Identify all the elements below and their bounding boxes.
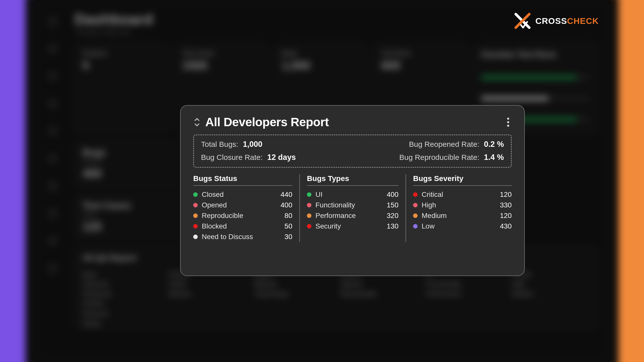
reopened-rate-value: 0.2 % [484, 140, 504, 149]
list-item-value: 320 [387, 212, 398, 220]
status-dot-icon [307, 203, 311, 207]
list-item-value: 120 [500, 191, 512, 199]
list-item-label: Security [315, 222, 341, 230]
list-item: Blocked50 [193, 221, 292, 232]
status-dot-icon [193, 192, 198, 197]
status-dot-icon [307, 224, 311, 229]
total-bugs-label: Total Bugs: [201, 140, 238, 149]
brand-name-b: CHECK [567, 16, 599, 26]
list-item: Critical120 [413, 189, 512, 200]
brand-name-a: CROSS [535, 16, 567, 26]
status-dot-icon [193, 203, 198, 207]
status-dot-icon [413, 213, 418, 218]
list-item: Opened400 [193, 200, 292, 210]
status-dot-icon [193, 213, 198, 218]
developers-report-modal: All Developers Report Total Bugs: 1,000 … [180, 105, 525, 276]
list-item: Reproducible80 [193, 210, 292, 221]
list-item-label: UI [315, 191, 323, 199]
modal-title: All Developers Report [205, 115, 329, 129]
list-item-value: 430 [500, 222, 512, 230]
list-item: Need to Discuss30 [193, 232, 292, 242]
bugs-severity-column: Bugs Severity Critical120High330Medium12… [406, 174, 512, 242]
list-item-value: 50 [285, 222, 292, 230]
list-item-value: 80 [285, 212, 292, 220]
list-item-label: Opened [202, 201, 227, 209]
list-item-value: 120 [500, 212, 512, 220]
list-item-label: Medium [422, 212, 447, 220]
list-item-value: 400 [280, 201, 292, 209]
bugs-types-column: Bugs Types UI400Functionality150Performa… [299, 174, 406, 242]
status-dot-icon [413, 192, 418, 197]
list-item: UI400 [307, 189, 398, 200]
list-item-label: Critical [422, 191, 443, 199]
list-item: Functionality150 [307, 200, 398, 210]
page-date: Thursday, 9 May 2023 [74, 29, 598, 36]
list-item: Closed440 [193, 189, 292, 200]
list-item-value: 130 [387, 222, 398, 230]
list-item: Security130 [307, 221, 398, 232]
list-item-label: Closed [202, 191, 224, 199]
list-item-label: Low [422, 222, 434, 230]
closure-rate-value: 12 days [267, 153, 296, 162]
total-bugs-value: 1,000 [243, 140, 262, 149]
list-item: Performance320 [307, 210, 398, 221]
list-item-label: High [422, 201, 436, 209]
reopened-rate-label: Bug Reopened Rate: [409, 140, 479, 149]
status-dot-icon [193, 235, 198, 239]
list-item-label: Performance [315, 212, 356, 220]
status-dot-icon [193, 224, 198, 229]
sort-toggle-icon[interactable] [193, 117, 201, 127]
list-item-label: Functionality [315, 201, 355, 209]
status-dot-icon [307, 213, 311, 218]
list-item: Medium120 [413, 210, 512, 221]
bugs-types-title: Bugs Types [307, 174, 398, 186]
list-item-value: 400 [387, 191, 398, 199]
list-item: High330 [413, 200, 512, 210]
app-stage: Dashboard Thursday, 9 May 2023 Projects5… [34, 0, 610, 362]
status-dot-icon [413, 224, 418, 229]
bugs-severity-title: Bugs Severity [413, 174, 512, 186]
bugs-status-title: Bugs Status [193, 174, 292, 186]
list-item-value: 440 [280, 191, 292, 199]
list-item-value: 150 [387, 201, 398, 209]
list-item-label: Reproducible [202, 212, 243, 220]
modal-more-menu-button[interactable] [505, 117, 512, 127]
brand-logo: CROSSCHECK [514, 13, 599, 29]
list-item-value: 330 [500, 201, 512, 209]
brand-logo-icon [514, 13, 531, 29]
status-dot-icon [413, 203, 418, 207]
repro-rate-label: Bug Reproducible Rate: [399, 153, 479, 162]
list-item-label: Need to Discuss [202, 233, 253, 241]
repro-rate-value: 1.4 % [484, 153, 504, 162]
list-item: Low430 [413, 221, 512, 232]
bugs-status-column: Bugs Status Closed440Opened400Reproducib… [193, 174, 299, 242]
summary-box: Total Bugs: 1,000 Bug Reopened Rate: 0.2… [193, 134, 512, 168]
closure-rate-label: Bug Closure Rate: [201, 153, 263, 162]
list-item-label: Blocked [202, 222, 227, 230]
status-dot-icon [307, 192, 311, 197]
list-item-value: 30 [285, 233, 292, 241]
